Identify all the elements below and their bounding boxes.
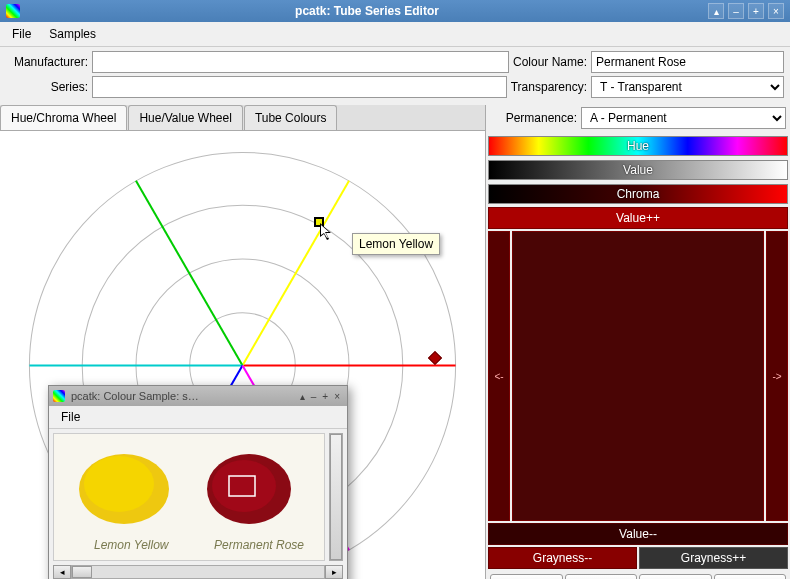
reset-button[interactable]: Reset xyxy=(639,574,712,579)
sample-image[interactable]: Lemon Yellow Permanent Rose xyxy=(53,433,325,561)
colour-editor-panel: Permanence: A - Permanent Hue Value Chro… xyxy=(485,105,790,579)
value-plus-button[interactable]: Value++ xyxy=(488,207,788,229)
app-icon xyxy=(6,4,20,18)
sample-app-icon xyxy=(53,390,65,402)
shade-button[interactable]: ▴ xyxy=(708,3,724,19)
series-input[interactable] xyxy=(92,76,507,98)
hue-indicator[interactable] xyxy=(430,353,440,363)
svg-point-12 xyxy=(84,456,154,512)
svg-line-5 xyxy=(243,181,350,366)
svg-text:Permanent Rose: Permanent Rose xyxy=(214,538,304,552)
sample-shade-button[interactable]: ▴ xyxy=(300,391,305,402)
scroll-thumb[interactable] xyxy=(72,566,92,578)
svg-line-6 xyxy=(136,181,243,366)
hue-slider[interactable]: Hue xyxy=(488,136,788,156)
value-minus-button[interactable]: Value-- xyxy=(488,523,788,545)
svg-point-14 xyxy=(212,460,276,512)
colour-name-input[interactable] xyxy=(591,51,784,73)
cursor-icon xyxy=(320,223,334,241)
action-buttons: Add Accept Reset Auto Match xyxy=(488,570,788,579)
menu-samples[interactable]: Samples xyxy=(41,24,104,44)
sample-maximize-button[interactable]: + xyxy=(322,391,328,402)
colour-swatch[interactable] xyxy=(512,231,764,521)
add-button[interactable]: Add xyxy=(490,574,563,579)
permanence-select[interactable]: A - Permanent xyxy=(581,107,786,129)
hue-right-button[interactable]: -> xyxy=(766,231,788,521)
value-slider[interactable]: Value xyxy=(488,160,788,180)
tab-hue-value[interactable]: Hue/Value Wheel xyxy=(128,105,243,130)
maximize-button[interactable]: + xyxy=(748,3,764,19)
scroll-left-button[interactable]: ◂ xyxy=(53,565,71,579)
svg-text:Lemon Yellow: Lemon Yellow xyxy=(94,538,170,552)
hue-left-button[interactable]: <- xyxy=(488,231,510,521)
grayness-minus-button[interactable]: Grayness-- xyxy=(488,547,637,569)
window-title: pcatk: Tube Series Editor xyxy=(26,4,708,18)
transparency-select[interactable]: T - Transparent xyxy=(591,76,784,98)
fields-area: Manufacturer: Colour Name: Series: Trans… xyxy=(0,47,790,105)
accept-button[interactable]: Accept xyxy=(565,574,638,579)
manufacturer-input[interactable] xyxy=(92,51,509,73)
colour-sample-window[interactable]: pcatk: Colour Sample: s… ▴ – + × File xyxy=(48,385,348,579)
tooltip-lemon-yellow: Lemon Yellow xyxy=(352,233,440,255)
sample-titlebar[interactable]: pcatk: Colour Sample: s… ▴ – + × xyxy=(49,386,347,406)
menu-file[interactable]: File xyxy=(4,24,39,44)
auto-match-button[interactable]: Auto Match xyxy=(714,574,787,579)
scroll-right-button[interactable]: ▸ xyxy=(325,565,343,579)
series-label: Series: xyxy=(6,80,88,94)
transparency-label: Transparency: xyxy=(511,80,587,94)
permanence-label: Permanence: xyxy=(490,111,577,125)
lemon-yellow-marker[interactable] xyxy=(314,217,324,227)
close-button[interactable]: × xyxy=(768,3,784,19)
minimize-button[interactable]: – xyxy=(728,3,744,19)
colour-name-label: Colour Name: xyxy=(513,55,587,69)
sample-menu-file[interactable]: File xyxy=(53,407,88,427)
sample-hscrollbar[interactable]: ◂ ▸ xyxy=(53,565,343,579)
chroma-slider[interactable]: Chroma xyxy=(488,184,788,204)
tab-tube-colours[interactable]: Tube Colours xyxy=(244,105,338,130)
window-titlebar: pcatk: Tube Series Editor ▴ – + × xyxy=(0,0,790,22)
manufacturer-label: Manufacturer: xyxy=(6,55,88,69)
tab-bar: Hue/Chroma Wheel Hue/Value Wheel Tube Co… xyxy=(0,105,485,131)
grayness-plus-button[interactable]: Grayness++ xyxy=(639,547,788,569)
sample-vscrollbar[interactable] xyxy=(329,433,343,561)
sample-minimize-button[interactable]: – xyxy=(311,391,317,402)
menubar: File Samples xyxy=(0,22,790,47)
sample-title: pcatk: Colour Sample: s… xyxy=(71,390,297,402)
sample-close-button[interactable]: × xyxy=(334,391,340,402)
tab-hue-chroma[interactable]: Hue/Chroma Wheel xyxy=(0,105,127,130)
colour-wheel[interactable]: Lemon Yellow pcatk: Colour Sample: s… ▴ … xyxy=(0,131,485,579)
